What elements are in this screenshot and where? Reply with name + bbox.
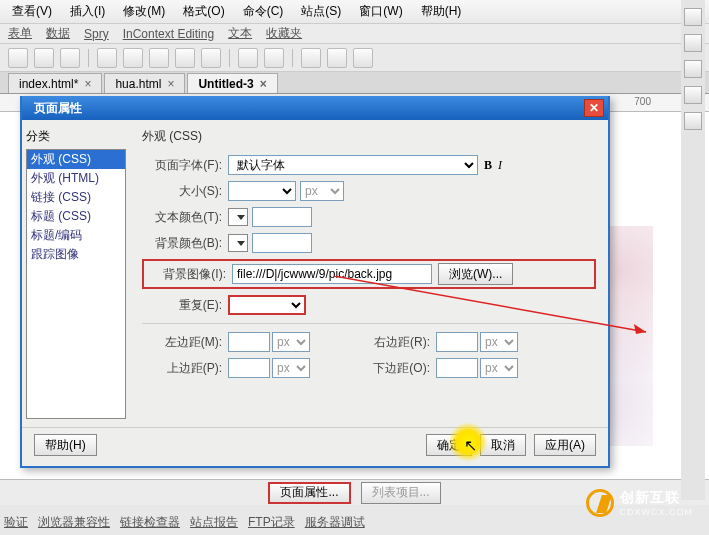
- left-margin-input[interactable]: [228, 332, 270, 352]
- panel-icon-css[interactable]: [684, 8, 702, 26]
- dialog-close-button[interactable]: ✕: [584, 99, 604, 117]
- tab-index[interactable]: index.html*×: [8, 73, 102, 93]
- panel-icon-assets[interactable]: [684, 112, 702, 130]
- separator: [88, 49, 89, 67]
- page-properties-button[interactable]: 页面属性...: [268, 482, 350, 504]
- top-margin-unit[interactable]: px: [272, 358, 310, 378]
- bgimage-input[interactable]: [232, 264, 432, 284]
- font-select[interactable]: 默认字体: [228, 155, 478, 175]
- menu-site[interactable]: 站点(S): [293, 1, 349, 22]
- panel-icon-ap[interactable]: [684, 34, 702, 52]
- menu-modify[interactable]: 修改(M): [115, 1, 173, 22]
- tab-hua[interactable]: hua.html×: [104, 73, 185, 93]
- bottom-margin-unit[interactable]: px: [480, 358, 518, 378]
- left-margin-unit[interactable]: px: [272, 332, 310, 352]
- watermark-logo: 创新互联 CDXWCX.COM: [586, 489, 694, 517]
- menu-command[interactable]: 命令(C): [235, 1, 292, 22]
- close-icon[interactable]: ×: [167, 77, 174, 91]
- category-appearance-css[interactable]: 外观 (CSS): [27, 150, 125, 169]
- dialog-titlebar[interactable]: 页面属性 ✕: [22, 96, 608, 120]
- close-icon[interactable]: ×: [260, 77, 267, 91]
- tb-icon-8[interactable]: [201, 48, 221, 68]
- top-margin-input[interactable]: [228, 358, 270, 378]
- cancel-button[interactable]: 取消: [480, 434, 526, 456]
- results-tabs: 验证 浏览器兼容性 链接检查器 站点报告 FTP记录 服务器调试: [4, 514, 365, 531]
- ruler-tick: 700: [634, 96, 651, 107]
- tb-icon-4[interactable]: [97, 48, 117, 68]
- toolbar-fav[interactable]: 收藏夹: [266, 25, 302, 42]
- bgcolor-swatch[interactable]: [228, 234, 248, 252]
- tab-ftp-log[interactable]: FTP记录: [248, 514, 295, 531]
- panel-dock: [681, 0, 705, 500]
- category-panel: 分类 外观 (CSS) 外观 (HTML) 链接 (CSS) 标题 (CSS) …: [22, 120, 130, 427]
- bgcolor-label: 背景颜色(B):: [142, 235, 222, 252]
- bottom-margin-label: 下边距(O):: [350, 360, 430, 377]
- panel-icon-tag[interactable]: [684, 60, 702, 78]
- right-margin-label: 右边距(R):: [350, 334, 430, 351]
- ok-button[interactable]: 确定: [426, 434, 472, 456]
- tb-icon-9[interactable]: [238, 48, 258, 68]
- tb-icon-3[interactable]: [60, 48, 80, 68]
- size-unit[interactable]: px: [300, 181, 344, 201]
- tb-icon-2[interactable]: [34, 48, 54, 68]
- menu-format[interactable]: 格式(O): [175, 1, 232, 22]
- toolbar-text[interactable]: 文本: [228, 25, 252, 42]
- tb-icon-12[interactable]: [327, 48, 347, 68]
- tab-untitled[interactable]: Untitled-3×: [187, 73, 277, 93]
- tb-icon-11[interactable]: [301, 48, 321, 68]
- menu-insert[interactable]: 插入(I): [62, 1, 113, 22]
- tab-site-reports[interactable]: 站点报告: [190, 514, 238, 531]
- tab-server-debug[interactable]: 服务器调试: [305, 514, 365, 531]
- category-links-css[interactable]: 链接 (CSS): [27, 188, 125, 207]
- font-label: 页面字体(F):: [142, 157, 222, 174]
- toolbar-incontext[interactable]: InContext Editing: [123, 27, 214, 41]
- repeat-select[interactable]: [228, 295, 306, 315]
- italic-button[interactable]: I: [498, 158, 502, 173]
- tab-label: index.html*: [19, 77, 78, 91]
- size-select[interactable]: [228, 181, 296, 201]
- browse-button[interactable]: 浏览(W)...: [438, 263, 513, 285]
- category-list[interactable]: 外观 (CSS) 外观 (HTML) 链接 (CSS) 标题 (CSS) 标题/…: [26, 149, 126, 419]
- insert-toolbar: 表单 数据 Spry InContext Editing 文本 收藏夹: [0, 24, 709, 44]
- tab-browser-compat[interactable]: 浏览器兼容性: [38, 514, 110, 531]
- help-button[interactable]: 帮助(H): [34, 434, 97, 456]
- bottom-margin-input[interactable]: [436, 358, 478, 378]
- tb-icon-1[interactable]: [8, 48, 28, 68]
- bgcolor-input[interactable]: [252, 233, 312, 253]
- toolbar-spry[interactable]: Spry: [84, 27, 109, 41]
- category-title-encoding[interactable]: 标题/编码: [27, 226, 125, 245]
- textcolor-label: 文本颜色(T):: [142, 209, 222, 226]
- tab-validate[interactable]: 验证: [4, 514, 28, 531]
- toolbar-data[interactable]: 数据: [46, 25, 70, 42]
- apply-button[interactable]: 应用(A): [534, 434, 596, 456]
- svg-marker-1: [634, 324, 646, 334]
- category-headings-css[interactable]: 标题 (CSS): [27, 207, 125, 226]
- textcolor-input[interactable]: [252, 207, 312, 227]
- tb-icon-10[interactable]: [264, 48, 284, 68]
- logo-text: 创新互联: [620, 489, 680, 505]
- tb-icon-13[interactable]: [353, 48, 373, 68]
- toolbar-form[interactable]: 表单: [8, 25, 32, 42]
- tb-icon-6[interactable]: [149, 48, 169, 68]
- document-tabs: index.html*× hua.html× Untitled-3×: [0, 72, 709, 94]
- bgimage-label: 背景图像(I):: [146, 266, 226, 283]
- menu-view[interactable]: 查看(V): [4, 1, 60, 22]
- menu-help[interactable]: 帮助(H): [413, 1, 470, 22]
- textcolor-swatch[interactable]: [228, 208, 248, 226]
- repeat-label: 重复(E):: [142, 297, 222, 314]
- close-icon[interactable]: ×: [84, 77, 91, 91]
- tb-icon-7[interactable]: [175, 48, 195, 68]
- right-margin-unit[interactable]: px: [480, 332, 518, 352]
- document-canvas: 700 页面属性 ✕ 分类 外观 (CSS) 外观 (HTML) 链接 (CSS…: [0, 94, 709, 482]
- panel-icon-files[interactable]: [684, 86, 702, 104]
- logo-subtext: CDXWCX.COM: [620, 507, 694, 517]
- tb-icon-5[interactable]: [123, 48, 143, 68]
- tab-link-checker[interactable]: 链接检查器: [120, 514, 180, 531]
- page-properties-dialog: 页面属性 ✕ 分类 外观 (CSS) 外观 (HTML) 链接 (CSS) 标题…: [20, 96, 610, 468]
- category-appearance-html[interactable]: 外观 (HTML): [27, 169, 125, 188]
- bold-button[interactable]: B: [484, 158, 492, 173]
- tab-label: hua.html: [115, 77, 161, 91]
- right-margin-input[interactable]: [436, 332, 478, 352]
- menu-window[interactable]: 窗口(W): [351, 1, 410, 22]
- category-tracing-image[interactable]: 跟踪图像: [27, 245, 125, 264]
